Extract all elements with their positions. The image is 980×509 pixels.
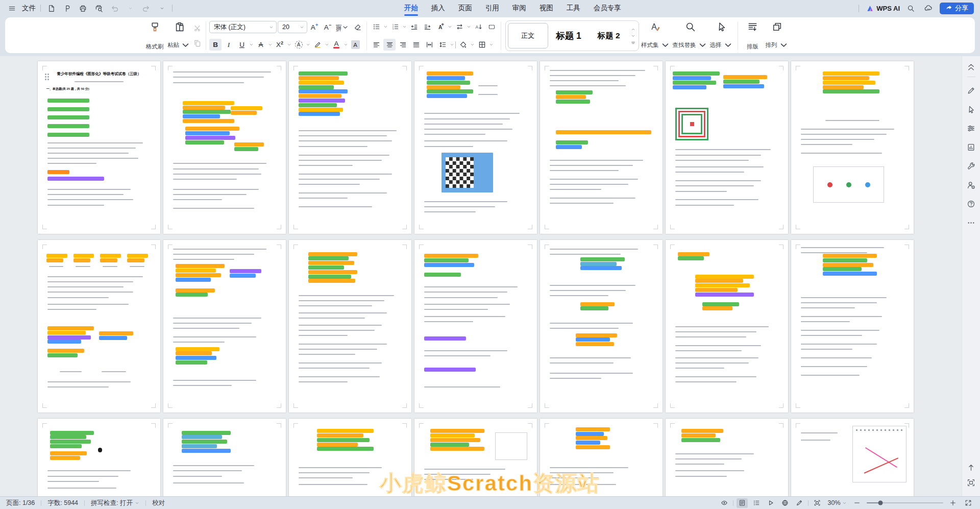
line-spacing-chevron-icon[interactable] bbox=[450, 42, 454, 47]
sidebar-help-icon[interactable] bbox=[965, 197, 978, 210]
sidebar-fitpage-icon[interactable] bbox=[965, 476, 978, 489]
page-thumbnail[interactable] bbox=[791, 61, 914, 234]
page-thumbnail[interactable] bbox=[289, 240, 411, 413]
page-thumbnail[interactable] bbox=[38, 419, 160, 496]
page-thumbnail[interactable] bbox=[666, 419, 788, 496]
sidebar-uparrow-icon[interactable] bbox=[965, 460, 978, 474]
grow-font-button[interactable]: A+ bbox=[308, 21, 321, 33]
enclose-character-button[interactable]: A bbox=[292, 39, 305, 51]
shrink-font-button[interactable]: A− bbox=[322, 21, 334, 33]
enclose-character-chevron-icon[interactable] bbox=[306, 42, 310, 47]
page-thumbnail[interactable] bbox=[791, 240, 914, 413]
layout-button[interactable]: 排版 bbox=[741, 20, 765, 52]
highlight-button[interactable] bbox=[311, 39, 324, 51]
style-item-正文[interactable]: 正文 bbox=[508, 23, 548, 49]
styles-scroll-down-icon[interactable] bbox=[631, 34, 635, 38]
paste-button[interactable]: 粘贴 bbox=[166, 20, 192, 52]
text-direction-button[interactable] bbox=[453, 21, 465, 33]
search-icon[interactable] bbox=[905, 3, 916, 14]
tab-视图[interactable]: 视图 bbox=[533, 0, 560, 16]
status-bullets-icon[interactable] bbox=[751, 498, 762, 508]
borders-chevron-icon[interactable] bbox=[489, 42, 494, 47]
bullet-list-button[interactable] bbox=[370, 21, 382, 33]
tab-插入[interactable]: 插入 bbox=[425, 0, 452, 16]
font-color-chevron-icon[interactable] bbox=[344, 42, 348, 47]
collapse-sidebar-icon[interactable] bbox=[965, 60, 978, 74]
style-item-标题 1[interactable]: 标题 1 bbox=[549, 23, 589, 49]
strikethrough-chevron-icon[interactable] bbox=[268, 42, 273, 47]
tab-引用[interactable]: 引用 bbox=[479, 0, 506, 16]
arrange-button[interactable]: 排列 bbox=[765, 20, 790, 52]
distribute-button[interactable] bbox=[423, 39, 435, 51]
strikethrough-button[interactable]: A bbox=[255, 39, 267, 51]
numbered-list-chevron-icon[interactable] bbox=[402, 25, 407, 29]
shading-button[interactable] bbox=[457, 39, 469, 51]
sidebar-sliders-icon[interactable] bbox=[965, 122, 978, 135]
status-eye-icon[interactable] bbox=[719, 498, 730, 508]
zoom-out-icon[interactable] bbox=[851, 498, 863, 508]
format-painter-button[interactable]: 格式刷 bbox=[143, 20, 166, 52]
copy-icon[interactable] bbox=[193, 39, 201, 47]
decrease-indent-button[interactable] bbox=[408, 21, 420, 33]
find-replace-button[interactable]: 查找替换 bbox=[672, 20, 709, 52]
styles-scroll-up-icon[interactable] bbox=[631, 27, 635, 32]
page-thumbnail[interactable] bbox=[163, 61, 286, 234]
text-direction-chevron-icon[interactable] bbox=[467, 25, 471, 29]
undo-history-chevron-icon[interactable] bbox=[125, 3, 136, 14]
page-thumbnail[interactable] bbox=[414, 240, 537, 413]
font-size-combo[interactable]: 20 bbox=[278, 21, 307, 33]
superscript-button[interactable]: X2 bbox=[274, 39, 286, 51]
redo-icon[interactable] bbox=[140, 3, 152, 14]
sidebar-wrench-icon[interactable] bbox=[965, 159, 978, 173]
status-fitpage-icon[interactable] bbox=[812, 498, 823, 508]
style-set-button[interactable]: A 样式集 bbox=[640, 20, 672, 52]
page-thumbnail[interactable] bbox=[38, 240, 160, 413]
sidebar-chartdoc-icon[interactable] bbox=[965, 140, 978, 154]
shading-chevron-icon[interactable] bbox=[470, 42, 475, 47]
underline-chevron-icon[interactable] bbox=[249, 42, 254, 47]
status-play-icon[interactable] bbox=[765, 498, 776, 508]
print-icon[interactable] bbox=[77, 3, 88, 14]
page-thumbnail[interactable] bbox=[540, 240, 663, 413]
increase-indent-button[interactable] bbox=[421, 21, 433, 33]
line-spacing-button[interactable] bbox=[436, 39, 449, 51]
styles-more-icon[interactable] bbox=[631, 40, 635, 45]
sidebar-cursor-icon[interactable] bbox=[965, 103, 978, 116]
align-left-button[interactable] bbox=[370, 39, 382, 51]
page-thumbnail[interactable]: 青少年软件编程《图形化》等级考试试卷（三级）一、单选题(共 25 题，共 50 … bbox=[38, 61, 160, 234]
select-button[interactable]: 选择 bbox=[709, 20, 734, 52]
bullet-list-chevron-icon[interactable] bbox=[383, 25, 388, 29]
page-thumbnail[interactable] bbox=[540, 61, 663, 234]
show-marks-button[interactable] bbox=[485, 21, 498, 33]
status-globe-icon[interactable] bbox=[779, 498, 791, 508]
undo-icon[interactable] bbox=[109, 3, 120, 14]
file-menu[interactable]: 文件 bbox=[22, 4, 36, 13]
sidebar-inkpen-icon[interactable] bbox=[965, 84, 978, 97]
text-tools-chevron-icon[interactable] bbox=[448, 25, 452, 29]
borders-button[interactable] bbox=[476, 39, 488, 51]
zoom-slider[interactable] bbox=[867, 502, 943, 503]
superscript-chevron-icon[interactable] bbox=[287, 42, 291, 47]
sidebar-moredots-icon[interactable] bbox=[965, 216, 978, 229]
page-indicator[interactable]: 页面: 1/36 bbox=[6, 499, 35, 507]
page-thumbnail[interactable] bbox=[289, 61, 411, 234]
tab-开始[interactable]: 开始 bbox=[398, 0, 425, 16]
cut-icon[interactable] bbox=[193, 25, 201, 32]
fullscreen-icon[interactable] bbox=[963, 498, 974, 508]
text-tools-button[interactable]: A bbox=[434, 21, 447, 33]
align-center-button[interactable] bbox=[383, 39, 396, 51]
italic-button[interactable]: I bbox=[223, 39, 235, 51]
page-thumbnail[interactable] bbox=[791, 419, 914, 496]
pin-icon[interactable] bbox=[61, 3, 72, 14]
tab-审阅[interactable]: 审阅 bbox=[506, 0, 533, 16]
page-thumbnail[interactable] bbox=[163, 240, 286, 413]
status-inkpen-icon[interactable] bbox=[794, 498, 805, 508]
style-item-标题 2[interactable]: 标题 2 bbox=[589, 23, 628, 49]
numbered-list-button[interactable]: 123 bbox=[389, 21, 401, 33]
tab-工具[interactable]: 工具 bbox=[560, 0, 587, 16]
page-thumbnail[interactable] bbox=[163, 419, 286, 496]
save-icon[interactable] bbox=[45, 3, 57, 14]
wps-ai-button[interactable]: WPS AI bbox=[859, 5, 900, 12]
align-right-button[interactable] bbox=[397, 39, 409, 51]
page-thumbnail[interactable] bbox=[414, 61, 537, 234]
